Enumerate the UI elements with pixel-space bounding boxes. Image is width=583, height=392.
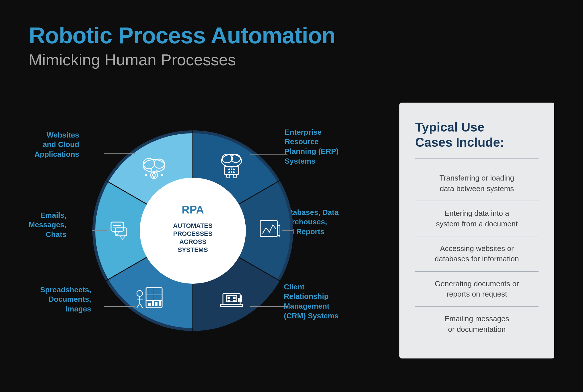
use-case-text-3: Accessing websites ordatabases for infor…	[435, 244, 519, 263]
svg-text:ACROSS: ACROSS	[179, 238, 206, 245]
svg-rect-19	[153, 177, 155, 179]
svg-rect-38	[155, 302, 158, 306]
svg-point-52	[231, 168, 232, 170]
use-cases-title: Typical UseCases Include:	[415, 120, 539, 150]
svg-rect-67	[233, 297, 236, 299]
svg-point-51	[228, 168, 230, 170]
svg-rect-39	[159, 300, 161, 306]
use-case-text-4: Generating documents orreports on reques…	[435, 279, 519, 298]
svg-text:PROCESSES: PROCESSES	[173, 230, 213, 237]
page-title-main: Robotic Process Automation	[29, 23, 554, 48]
svg-rect-37	[152, 301, 154, 306]
svg-rect-70	[238, 298, 240, 302]
page-title-sub: Mimicking Human Processes	[29, 50, 554, 69]
use-case-text-5: Emailing messagesor documentation	[444, 314, 509, 333]
use-cases-divider	[415, 158, 539, 159]
use-case-item-1: Transferring or loadingdata between syst…	[415, 166, 539, 201]
label-websites: Websitesand CloudApplications	[34, 130, 79, 159]
svg-rect-20	[161, 174, 163, 176]
use-case-text-1: Transferring or loadingdata between syst…	[440, 174, 514, 193]
label-spreadsheets: Spreadsheets,Documents,Images	[40, 285, 91, 314]
diagram-area: Websitesand CloudApplications Emails,Mes…	[29, 102, 344, 360]
svg-point-55	[231, 171, 232, 173]
svg-rect-69	[233, 300, 236, 301]
use-case-item-5: Emailing messagesor documentation	[415, 307, 539, 341]
use-cases-panel: Typical UseCases Include: Transferring o…	[399, 103, 554, 359]
svg-rect-66	[228, 297, 230, 299]
svg-rect-71	[240, 295, 242, 302]
use-case-item-3: Accessing websites ordatabases for infor…	[415, 236, 539, 272]
svg-point-53	[233, 168, 235, 170]
svg-text:RPA: RPA	[182, 204, 204, 216]
svg-rect-18	[153, 171, 155, 173]
rpa-wheel-diagram: RPA AUTOMATES PROCESSES ACROSS SYSTEMS	[92, 130, 293, 331]
svg-rect-21	[145, 174, 147, 176]
svg-text:AUTOMATES: AUTOMATES	[173, 222, 212, 229]
use-case-text-2: Entering data into asystem from a docume…	[436, 209, 518, 228]
svg-text:SYSTEMS: SYSTEMS	[178, 246, 208, 253]
use-case-item-2: Entering data into asystem from a docume…	[415, 201, 539, 236]
page-container: Robotic Process Automation Mimicking Hum…	[0, 0, 583, 392]
use-case-item-4: Generating documents orreports on reques…	[415, 272, 539, 307]
svg-rect-36	[148, 303, 151, 306]
svg-point-56	[233, 171, 235, 173]
svg-rect-68	[228, 300, 230, 301]
header-section: Robotic Process Automation Mimicking Hum…	[29, 23, 554, 69]
label-emails: Emails,Messages,Chats	[29, 211, 67, 240]
svg-point-54	[228, 171, 230, 173]
content-area: Websitesand CloudApplications Emails,Mes…	[29, 86, 554, 375]
